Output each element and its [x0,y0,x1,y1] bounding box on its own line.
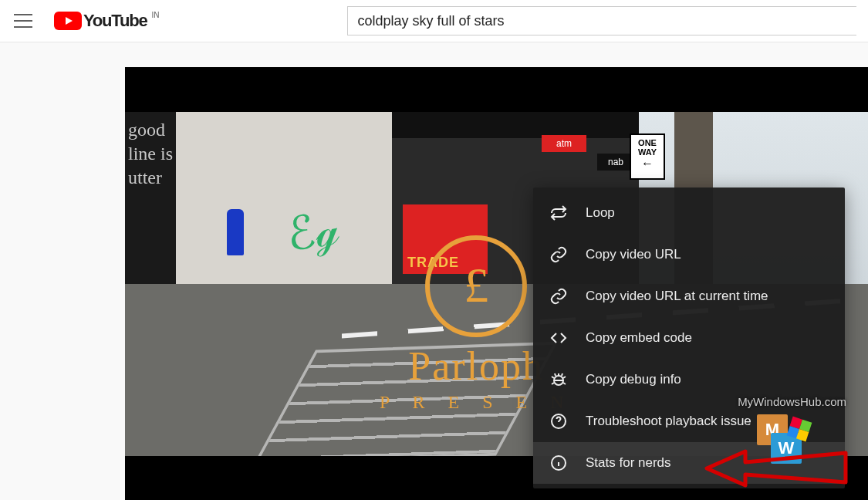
watermark-text: MyWindowsHub.com [738,395,846,408]
context-menu-label: Copy video URL [586,247,681,262]
one-way-sign: ONEWAY [630,133,665,180]
nab-sign: nab [597,154,634,171]
hamburger-menu-button[interactable] [14,12,32,30]
app-header: YouTube IN [0,0,868,42]
context-menu-item-copy-url-time[interactable]: Copy video URL at current time [533,275,845,317]
context-menu-label: Copy embed code [586,330,692,346]
context-menu-item-loop[interactable]: Loop [533,192,845,234]
help-icon [549,411,569,431]
context-menu-label: Troubleshoot playback issue [586,414,751,429]
context-menu-label: Copy debug info [586,372,681,387]
context-menu-label: Loop [586,205,615,221]
chalkboard-text: good line is utter [125,112,182,284]
info-icon [549,453,569,473]
search-input[interactable] [347,6,856,35]
loop-icon [549,203,569,223]
country-code: IN [151,11,159,19]
parlophone-logo-icon [425,235,527,337]
context-menu-item-copy-embed[interactable]: Copy embed code [533,317,845,359]
main-stage: good line is utter ℰℊ TRADE atm nab ONEW… [0,42,868,500]
context-menu-item-copy-debug[interactable]: Copy debug info [533,359,845,400]
code-icon [549,328,569,348]
search-bar [347,6,868,35]
bug-icon [549,370,569,390]
youtube-logo-text: YouTube [83,11,147,31]
pedestrian [227,209,244,255]
watermark-logo: M W [757,414,805,462]
atm-sign: atm [542,135,586,152]
youtube-logo[interactable]: YouTube IN [54,11,147,31]
youtube-play-icon [54,12,82,30]
context-menu-label: Copy video URL at current time [586,289,768,304]
link-icon [549,245,569,265]
context-menu-label: Stats for nerds [586,455,671,471]
link-icon [549,286,569,306]
video-player[interactable]: good line is utter ℰℊ TRADE atm nab ONEW… [125,67,868,500]
graffiti: ℰℊ [283,201,342,263]
context-menu-item-copy-url[interactable]: Copy video URL [533,234,845,275]
